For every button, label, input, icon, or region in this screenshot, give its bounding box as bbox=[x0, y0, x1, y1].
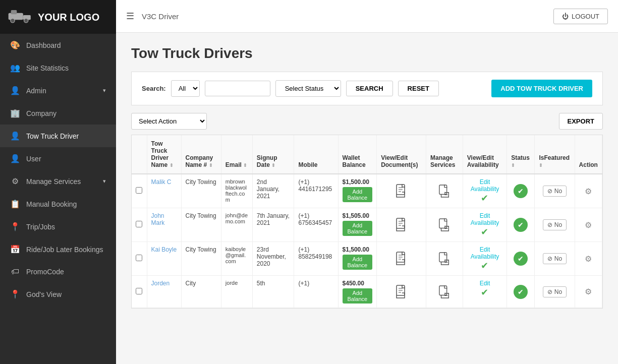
sidebar-item-company[interactable]: 🏢 Company bbox=[0, 102, 116, 125]
edit-availability-link-2[interactable]: Edit Availability bbox=[467, 212, 502, 226]
view-doc-icon-1[interactable] bbox=[381, 184, 422, 198]
edit-availability-link-4[interactable]: Edit bbox=[467, 280, 502, 287]
driver-name-link-2[interactable]: John Mark bbox=[151, 212, 165, 226]
header-view-edit-doc: View/Edit Document(s) bbox=[377, 135, 426, 174]
row-manage-services-1 bbox=[426, 174, 463, 208]
sidebar-label-trip-jobs: Trip/Jobs bbox=[26, 223, 55, 231]
sidebar-item-gods-view[interactable]: 📍 God's View bbox=[0, 283, 116, 306]
header-manage-services: Manage Services bbox=[426, 135, 463, 174]
sidebar-item-admin[interactable]: 👤 Admin ▾ bbox=[0, 79, 116, 102]
row-view-doc-3 bbox=[377, 242, 426, 276]
edit-availability-link-3[interactable]: Edit Availability bbox=[467, 246, 502, 260]
row-signup-1: 2nd January, 2021 bbox=[252, 174, 294, 208]
sidebar-item-trip-jobs[interactable]: 📍 Trip/Jobs bbox=[0, 215, 116, 238]
status-select[interactable]: Select Status bbox=[275, 80, 341, 97]
action-gear-icon-2[interactable]: ⚙ bbox=[579, 220, 598, 230]
admin-icon: 👤 bbox=[10, 86, 20, 95]
search-bar: Search: All Select Status SEARCH RESET A… bbox=[131, 72, 603, 105]
sidebar-item-manual-booking[interactable]: 📋 Manual Booking bbox=[0, 193, 116, 215]
driver-name-link-1[interactable]: Malik C bbox=[151, 178, 172, 186]
manage-services-icon: ⚙ bbox=[10, 176, 20, 186]
topbar-title: V3C Driver bbox=[142, 12, 179, 21]
row-avail-2: Edit Availability ✔ bbox=[463, 208, 507, 242]
row-manage-services-2 bbox=[426, 208, 463, 242]
row-name-3: Kai Boyle bbox=[147, 242, 181, 276]
sort-icon-status[interactable]: ⇕ bbox=[511, 163, 515, 168]
manage-services-doc-icon-4[interactable] bbox=[430, 285, 459, 299]
row-company-3: City Towing bbox=[181, 242, 221, 276]
featured-badge-3[interactable]: ⊘ No bbox=[543, 253, 567, 264]
logout-button[interactable]: ⏻ LOGOUT bbox=[553, 9, 608, 24]
row-status-4: ✔ bbox=[507, 276, 535, 308]
sidebar-item-manage-services[interactable]: ⚙ Manage Services ▾ bbox=[0, 170, 116, 193]
sort-icon-signup[interactable]: ⇕ bbox=[271, 163, 275, 168]
row-checkbox-2[interactable] bbox=[136, 221, 142, 227]
manage-services-doc-icon-3[interactable] bbox=[430, 252, 459, 266]
status-circle-4[interactable]: ✔ bbox=[514, 285, 528, 299]
sidebar-item-dashboard[interactable]: 🎨 Dashboard bbox=[0, 34, 116, 56]
row-checkbox-1[interactable] bbox=[136, 187, 142, 194]
driver-name-link-3[interactable]: Kai Boyle bbox=[151, 246, 177, 253]
featured-badge-4[interactable]: ⊘ No bbox=[543, 286, 567, 297]
table-row: Kai Boyle City Towing kaiboyle@gmail.com… bbox=[132, 242, 602, 276]
row-mobile-4: (+1) bbox=[294, 276, 338, 308]
add-balance-button-2[interactable]: Add Balance bbox=[343, 221, 373, 236]
sidebar-label-manage-services: Manage Services bbox=[26, 177, 81, 186]
svg-rect-24 bbox=[439, 286, 447, 295]
sort-icon-featured[interactable]: ⇕ bbox=[539, 163, 543, 168]
select-action-dropdown[interactable]: Select Action bbox=[131, 113, 207, 130]
sort-icon-company[interactable]: ⇕ bbox=[209, 163, 213, 168]
edit-availability-link-1[interactable]: Edit Availability bbox=[467, 178, 502, 193]
view-doc-icon-4[interactable] bbox=[381, 285, 422, 299]
action-gear-icon-3[interactable]: ⚙ bbox=[579, 254, 598, 264]
manage-services-doc-icon-2[interactable] bbox=[430, 218, 459, 232]
row-checkbox-4[interactable] bbox=[136, 288, 142, 294]
wallet-amount-4: $450.00 bbox=[343, 280, 364, 287]
svg-rect-14 bbox=[439, 219, 447, 228]
trip-jobs-icon: 📍 bbox=[10, 222, 20, 231]
row-status-1: ✔ bbox=[507, 174, 535, 208]
sort-icon-name[interactable]: ⇕ bbox=[170, 163, 174, 168]
featured-badge-2[interactable]: ⊘ No bbox=[543, 219, 567, 230]
add-balance-button-1[interactable]: Add Balance bbox=[343, 187, 373, 202]
add-balance-button-4[interactable]: Add Balance bbox=[343, 288, 373, 304]
sidebar-item-ride-later[interactable]: 📅 Ride/Job Later Bookings bbox=[0, 238, 116, 261]
view-doc-icon-3[interactable] bbox=[381, 252, 422, 266]
row-checkbox-3[interactable] bbox=[136, 255, 142, 261]
site-statistics-icon: 👥 bbox=[10, 63, 20, 73]
add-balance-button-3[interactable]: Add Balance bbox=[343, 255, 373, 270]
view-doc-icon-2[interactable] bbox=[381, 218, 422, 232]
action-gear-icon-4[interactable]: ⚙ bbox=[579, 287, 598, 296]
row-name-1: Malik C bbox=[147, 174, 181, 208]
driver-name-link-4[interactable]: Jorden bbox=[151, 280, 170, 287]
featured-badge-1[interactable]: ⊘ No bbox=[543, 186, 567, 197]
add-tow-truck-driver-button[interactable]: ADD TOW TRUCK DRIVER bbox=[491, 80, 592, 97]
hamburger-menu-icon[interactable]: ☰ bbox=[126, 11, 134, 22]
action-gear-icon-1[interactable]: ⚙ bbox=[579, 187, 598, 196]
avail-check-icon-2: ✔ bbox=[467, 226, 502, 237]
search-category-select[interactable]: All bbox=[171, 80, 200, 97]
sidebar-item-promo-code[interactable]: 🏷 PromoCode bbox=[0, 261, 116, 283]
status-circle-2[interactable]: ✔ bbox=[514, 218, 528, 232]
sort-icon-email[interactable]: ⇕ bbox=[243, 163, 247, 168]
reset-button[interactable]: RESET bbox=[398, 81, 439, 96]
chevron-down-icon-2: ▾ bbox=[103, 178, 106, 185]
row-view-doc-1 bbox=[377, 174, 426, 208]
manage-services-doc-icon-1[interactable] bbox=[430, 184, 459, 198]
export-button[interactable]: EXPORT bbox=[559, 113, 603, 130]
header-signup: Signup Date ⇕ bbox=[252, 135, 294, 174]
table-row: Malik C City Towing mbrownblackwolftech.… bbox=[132, 174, 602, 208]
ride-later-icon: 📅 bbox=[10, 245, 20, 254]
logout-label: LOGOUT bbox=[572, 13, 599, 20]
row-avail-3: Edit Availability ✔ bbox=[463, 242, 507, 276]
sidebar-item-user[interactable]: 👤 User bbox=[0, 147, 116, 170]
sidebar-item-site-statistics[interactable]: 👥 Site Statistics bbox=[0, 56, 116, 79]
search-input[interactable] bbox=[205, 81, 270, 96]
status-circle-1[interactable]: ✔ bbox=[514, 184, 528, 198]
sidebar-item-tow-truck-driver[interactable]: 👤 Tow Truck Driver bbox=[0, 125, 116, 147]
sidebar-label-dashboard: Dashboard bbox=[26, 41, 61, 49]
search-button[interactable]: SEARCH bbox=[346, 81, 393, 96]
status-circle-3[interactable]: ✔ bbox=[514, 252, 528, 266]
row-action-3: ⚙ bbox=[575, 242, 602, 276]
row-signup-3: 23rd November, 2020 bbox=[252, 242, 294, 276]
